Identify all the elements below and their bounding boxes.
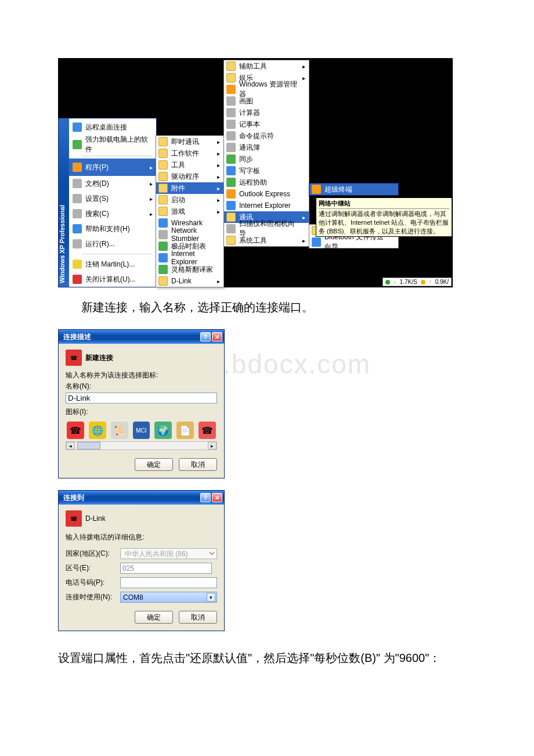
- sub2-8[interactable]: 同步: [224, 153, 309, 165]
- sub2-12[interactable]: Internet Explorer: [224, 200, 309, 211]
- folder-icon: [158, 195, 168, 204]
- scroll-thumb[interactable]: [77, 442, 100, 449]
- paint-icon: [226, 96, 236, 106]
- country-select[interactable]: 中华人民共和国 (86): [120, 548, 217, 559]
- cancel-button[interactable]: 取消: [179, 611, 217, 624]
- menu-label: 计算器: [239, 108, 260, 118]
- documents-icon: [73, 179, 82, 188]
- dropdown-arrow-icon[interactable]: ▾: [207, 593, 215, 602]
- calc-icon: [226, 108, 236, 117]
- menu-label: 辅助工具: [239, 62, 267, 71]
- tooltip-body: 通过调制解调器或者非调制解调器电缆，与其他计算机、Internet telnet…: [319, 210, 449, 236]
- sub1-ie[interactable]: Internet Explorer: [156, 252, 223, 264]
- icon-option-phone[interactable]: ☎: [67, 422, 84, 439]
- connect-using-select[interactable]: COM8 ▾: [120, 592, 217, 603]
- icon-option-doc[interactable]: 📄: [176, 422, 194, 439]
- cancel-button[interactable]: 取消: [179, 458, 217, 471]
- sub1-tools[interactable]: 工具: [156, 159, 223, 171]
- menu-label: Internet Explorer: [239, 201, 291, 210]
- sub1-drivers[interactable]: 驱动程序: [156, 171, 223, 182]
- icon-scrollbar[interactable]: ◂ ▸: [66, 441, 217, 450]
- settings-icon: [73, 194, 82, 203]
- sub2-0[interactable]: 辅助工具: [224, 60, 309, 72]
- sub1-dlink[interactable]: D-Link: [156, 275, 223, 287]
- sub1-games[interactable]: 游戏: [156, 206, 223, 217]
- sub2-9[interactable]: 写字板: [224, 165, 309, 177]
- sub1-lingoes[interactable]: 灵格斯翻译家: [156, 264, 223, 275]
- scroll-right-button[interactable]: ▸: [208, 442, 217, 449]
- menu-label: 注销 Martin(L)...: [85, 260, 135, 269]
- folder-icon: [158, 183, 168, 193]
- sub2-14[interactable]: 扫描仪和照相机向导: [224, 223, 309, 235]
- menu-label: 工作软件: [171, 149, 199, 159]
- sub2-4[interactable]: 计算器: [224, 107, 309, 118]
- tooltip: 网络中继站 通过调制解调器或者非调制解调器电缆，与其他计算机、Internet …: [316, 197, 452, 237]
- menu-item-uninstall[interactable]: 强力卸载电脑上的软件: [69, 136, 156, 153]
- sub2-10[interactable]: 远程协助: [224, 177, 309, 188]
- sub1-netstumbler[interactable]: Network Stumbler: [156, 229, 223, 240]
- scroll-left-button[interactable]: ◂: [66, 442, 75, 449]
- translate-icon: [158, 265, 168, 274]
- icon-option-cert[interactable]: 📜: [111, 422, 128, 439]
- xp-start-menu-screenshot: Windows XP Professional 远程桌面连接 强力卸载电脑上的软…: [58, 58, 453, 287]
- titlebar-help-button[interactable]: ?: [200, 493, 211, 502]
- menu-item-programs[interactable]: 程序(P): [69, 159, 156, 176]
- instruction-2: 设置端口属性，首先点击"还原默认值"，然后选择"每秒位数(B)" 为"9600"…: [35, 647, 499, 668]
- menu-label: 远程桌面连接: [85, 123, 127, 132]
- sync-icon: [226, 154, 236, 164]
- search-icon: [73, 209, 82, 218]
- menu-item-documents[interactable]: 文档(D): [69, 176, 156, 191]
- hyperterminal-highlight[interactable]: 超级终端: [309, 183, 398, 195]
- icon-picker[interactable]: ☎ 🌐 📜 MCI 🌍 📄 ☎: [66, 418, 217, 440]
- menu-item-shutdown[interactable]: 关闭计算机(U)...: [69, 272, 156, 287]
- menu-label: 附件: [171, 183, 185, 193]
- menu-item-remote-desktop[interactable]: 远程桌面连接: [69, 118, 156, 136]
- menu-label: 驱动程序: [171, 172, 199, 182]
- name-label: 名称(N):: [66, 381, 217, 391]
- icon-option-phone2[interactable]: ☎: [199, 422, 216, 439]
- hyperterminal-icon: [312, 185, 321, 194]
- sub1-startup[interactable]: 启动: [156, 194, 223, 206]
- sub2-7[interactable]: 通讯簿: [224, 142, 309, 153]
- menu-item-run[interactable]: 运行(R)...: [69, 236, 156, 251]
- sub3-bluetooth[interactable]: Bluetooth 文件传送向导: [309, 236, 398, 248]
- sub2-11[interactable]: Outlook Express: [224, 188, 309, 200]
- menu-item-search[interactable]: 搜索(C): [69, 206, 156, 221]
- net-led-green-icon: [385, 280, 390, 285]
- ie-icon: [158, 253, 168, 262]
- sub2-5[interactable]: 记事本: [224, 118, 309, 130]
- connect-using-label: 连接时使用(N):: [66, 592, 116, 602]
- notepad-icon: [226, 120, 236, 129]
- icon-option-globe[interactable]: 🌐: [89, 422, 106, 439]
- sub1-work[interactable]: 工作软件: [156, 147, 223, 159]
- ok-button[interactable]: 确定: [135, 458, 173, 471]
- area-code-input[interactable]: [120, 563, 212, 574]
- sub2-15[interactable]: 系统工具: [224, 235, 309, 246]
- dialog-connect-to: 连接到 ? ✕ ☎ D-Link 输入待拨电话的详细信息: 国家(地区)(C):…: [58, 490, 225, 631]
- menu-label: Wireshark: [171, 219, 203, 227]
- menu-item-settings[interactable]: 设置(S): [69, 191, 156, 206]
- help-icon: [73, 224, 82, 233]
- icon-option-mci[interactable]: MCI: [133, 422, 150, 439]
- folder-icon: [158, 207, 168, 216]
- table-icon: [158, 242, 168, 251]
- remote-assist-icon: [226, 178, 236, 187]
- explorer-icon: [226, 85, 236, 94]
- titlebar-close-button[interactable]: ✕: [212, 493, 222, 502]
- titlebar-close-button[interactable]: ✕: [212, 332, 222, 341]
- sub2-6[interactable]: 命令提示符: [224, 130, 309, 142]
- menu-item-help[interactable]: 帮助和支持(H): [69, 221, 156, 236]
- sub2-2[interactable]: Windows 资源管理器: [224, 84, 309, 95]
- connect-using-value: COM8: [123, 593, 143, 602]
- menu-label: 写字板: [239, 166, 260, 176]
- phone-number-input[interactable]: [120, 577, 217, 588]
- connection-name-input[interactable]: [66, 393, 217, 404]
- ok-button[interactable]: 确定: [135, 611, 173, 624]
- menu-item-logoff[interactable]: 注销 Martin(L)...: [69, 257, 156, 272]
- titlebar-help-button[interactable]: ?: [200, 332, 211, 341]
- icon-option-earth[interactable]: 🌍: [154, 422, 172, 439]
- bluetooth-icon: [312, 237, 321, 247]
- sub2-3[interactable]: 画图: [224, 95, 309, 107]
- sub1-im[interactable]: 即时通讯: [156, 136, 223, 147]
- sub1-accessories[interactable]: 附件: [156, 182, 223, 194]
